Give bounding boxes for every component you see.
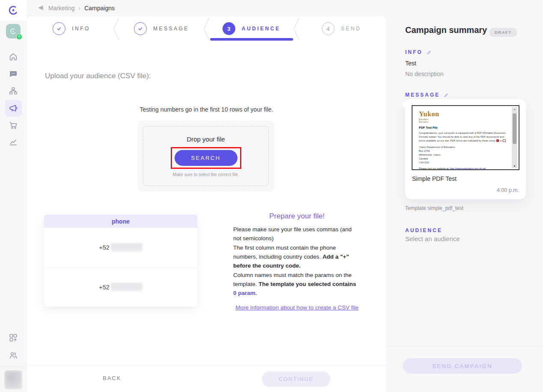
- avatar[interactable]: [4, 370, 22, 389]
- wizard-footer: BACK CONTINUE: [27, 365, 386, 392]
- sidebar-divider: [0, 367, 27, 367]
- apps-plus-icon: [9, 333, 18, 342]
- pdf-doc-title: PDF Test File: [419, 126, 510, 129]
- megaphone-icon: [9, 103, 18, 113]
- redacted-phone-number: [111, 283, 142, 292]
- step-audience[interactable]: 3 AUDIENCE: [207, 16, 297, 41]
- sidebar-item-home[interactable]: [5, 48, 22, 65]
- analytics-icon: [9, 138, 18, 147]
- annotation-highlight-box: SEARCH: [171, 147, 241, 169]
- pencil-icon: [443, 92, 449, 98]
- sidebar-item-integrations[interactable]: [5, 329, 22, 346]
- summary-title: Campaign summary: [405, 25, 487, 35]
- summary-section-info: INFO: [405, 49, 432, 55]
- summary-divider: [386, 346, 543, 347]
- scrollbar-thumb[interactable]: [513, 113, 516, 144]
- check-circle-icon: [134, 22, 147, 35]
- main-column: Marketing › Campaigns INFO MESSAGE: [27, 0, 386, 392]
- message-timestamp: 4:00 p.m.: [497, 187, 519, 193]
- step-label: AUDIENCE: [242, 26, 281, 32]
- table-row: +52: [44, 267, 197, 307]
- summary-section-audience: AUDIENCE: [405, 227, 442, 233]
- pdf-body-text: Congratulations, your computer is equipp…: [419, 132, 505, 142]
- continue-button[interactable]: CONTINUE: [262, 371, 330, 387]
- step-label: INFO: [72, 26, 90, 32]
- testing-note: Testing numbers go in the first 10 rows …: [27, 106, 386, 113]
- yukon-logo-subtitle: Education: [419, 121, 510, 123]
- sidebar-item-chats[interactable]: [5, 65, 22, 83]
- step-label: SEND: [341, 26, 361, 32]
- check-circle-icon: [53, 22, 65, 35]
- template-caption: Template simple_pdf_test: [405, 205, 463, 211]
- chat-icon: [9, 69, 18, 79]
- message-label: MESSAGE: [405, 92, 440, 98]
- info-label: INFO: [405, 49, 423, 55]
- sidebar-item-contacts[interactable]: [5, 347, 22, 364]
- dropzone-title: Drop your file: [187, 136, 225, 143]
- pdf-body-or: or: [499, 139, 503, 142]
- yukon-logo: Yukon: [419, 110, 510, 118]
- app-logo[interactable]: [0, 0, 27, 21]
- campaign-description: No description: [405, 71, 444, 77]
- pdf-form-icon: [503, 139, 506, 142]
- sidebar-item-shop[interactable]: [5, 117, 22, 134]
- message-title: Simple PDF Test: [412, 175, 457, 182]
- search-file-button[interactable]: SEARCH: [175, 150, 237, 166]
- page-title: Upload your audience (CSV file):: [45, 72, 151, 80]
- website-link[interactable]: http://www.education.gov.yk.ca/: [450, 167, 486, 170]
- step-send[interactable]: 4 SEND: [297, 16, 386, 41]
- breadcrumb-marketing[interactable]: Marketing: [48, 5, 74, 12]
- step-label: MESSAGE: [153, 26, 189, 32]
- address-line: Canada: [419, 157, 510, 161]
- sidebar-item-campaigns[interactable]: [5, 100, 22, 117]
- pdf-website-line: Please visit our website at: http://www.…: [419, 167, 510, 170]
- param-count: 0 param.: [233, 290, 257, 296]
- app-root: ✆: [0, 0, 543, 392]
- instruction-text: The first column must contain the phone …: [233, 245, 336, 260]
- table-header-phone: phone: [44, 215, 197, 228]
- message-preview-bubble: Yukon Education Education PDF Test File …: [405, 99, 526, 199]
- home-icon: [9, 52, 18, 62]
- back-button[interactable]: BACK: [103, 375, 121, 381]
- address-line: Y1A 2C6: [419, 161, 510, 165]
- whatsapp-channel-icon: [9, 27, 17, 35]
- file-dropzone[interactable]: Drop your file SEARCH Make sure to selec…: [137, 121, 274, 192]
- prepare-instructions: Please make sure your file uses commas (…: [233, 225, 361, 298]
- edit-info-button[interactable]: [426, 49, 432, 55]
- active-step-underline: [210, 38, 293, 41]
- prepare-title: Prepare your file!: [233, 212, 361, 221]
- address-line: Whitehorse, Yukon: [419, 153, 510, 157]
- audience-value: Select an audience: [405, 235, 460, 242]
- wizard-stepper: INFO MESSAGE 3 AUDIENCE 4 SEND: [27, 16, 386, 41]
- sidebar: ✆: [0, 0, 27, 392]
- app-logo-icon: [8, 5, 19, 16]
- step-number: 3: [223, 22, 235, 35]
- address-line: Box 2703: [419, 149, 510, 153]
- address-line: Yukon Department of Education: [419, 145, 510, 149]
- pdf-scrollbar[interactable]: ▲ ▼: [512, 107, 517, 168]
- pencil-icon: [426, 49, 432, 55]
- instruction-line: Column names must match the params on th…: [233, 271, 361, 298]
- breadcrumb: Marketing › Campaigns: [27, 0, 386, 16]
- website-prefix: Please visit our website at:: [419, 167, 450, 170]
- send-campaign-button[interactable]: SEND CAMPAIGN: [403, 358, 522, 374]
- avatar-blur: [4, 370, 22, 389]
- edit-message-button[interactable]: [443, 92, 449, 98]
- sidebar-item-flows[interactable]: [5, 83, 22, 100]
- scroll-down-icon[interactable]: ▼: [512, 165, 517, 168]
- megaphone-icon: [38, 5, 45, 12]
- campaign-summary-panel: Campaign summary DRAFT INFO Test No desc…: [386, 0, 543, 392]
- summary-section-message: MESSAGE: [405, 92, 449, 98]
- status-badge: DRAFT: [489, 28, 517, 37]
- instruction-bold: The template you selected contains: [258, 281, 356, 287]
- sidebar-item-analytics[interactable]: [5, 134, 22, 151]
- pdf-doc-body: Congratulations, your computer is equipp…: [419, 131, 510, 143]
- scroll-up-icon[interactable]: ▲: [512, 108, 517, 111]
- instruction-line: The first column must contain the phone …: [233, 243, 361, 271]
- step-info[interactable]: INFO: [27, 16, 116, 41]
- whatsapp-channel-button[interactable]: ✆: [6, 24, 21, 38]
- audience-step-content: Upload your audience (CSV file): Testing…: [27, 41, 386, 365]
- step-number: 4: [322, 22, 335, 35]
- csv-help-link[interactable]: More information about how to create a C…: [233, 304, 361, 311]
- step-message[interactable]: MESSAGE: [116, 16, 206, 41]
